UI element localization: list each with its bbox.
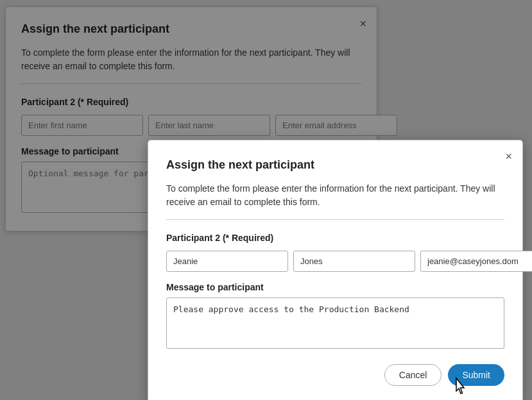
fg-divider [166, 219, 504, 220]
fg-last-name-input[interactable] [293, 251, 415, 272]
fg-close-button[interactable]: × [505, 151, 512, 162]
fg-message-textarea[interactable] [166, 297, 504, 349]
fg-message-label: Message to participant [166, 282, 504, 292]
dialog-actions: Cancel Submit [166, 364, 504, 386]
fg-dialog-title: Assign the next participant [166, 158, 504, 172]
foreground-dialog: Assign the next participant × To complet… [148, 140, 523, 400]
fg-first-name-input[interactable] [166, 251, 288, 272]
fg-fields-row [166, 251, 504, 272]
fg-description: To complete the form please enter the in… [166, 182, 504, 209]
submit-button[interactable]: Submit [448, 364, 504, 386]
fg-section-label: Participant 2 (* Required) [166, 233, 504, 243]
fg-email-input[interactable] [420, 251, 532, 272]
cancel-button[interactable]: Cancel [384, 364, 442, 386]
